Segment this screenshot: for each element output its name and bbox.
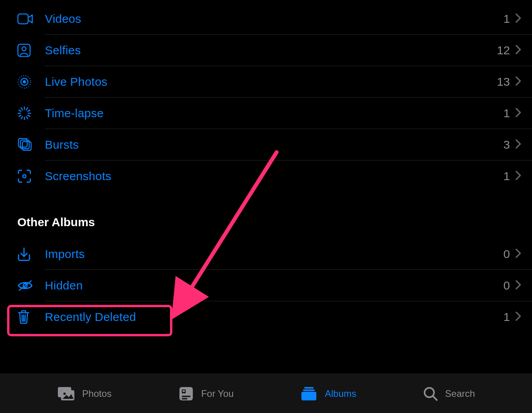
- svg-rect-36: [303, 389, 315, 391]
- screenshot-icon: [17, 169, 45, 183]
- chevron-right-icon: [515, 171, 521, 182]
- album-count: 13: [497, 75, 510, 88]
- bursts-icon: [17, 138, 45, 151]
- albums-icon: [300, 386, 318, 401]
- album-count: 0: [498, 247, 510, 261]
- other-albums-list: Imports 0 Hidden 0: [0, 235, 532, 333]
- album-count: 1: [498, 310, 510, 324]
- album-row-imports[interactable]: Imports 0: [0, 238, 532, 270]
- album-count: 1: [498, 107, 510, 120]
- album-row-videos[interactable]: Videos 1: [0, 3, 532, 35]
- tab-albums[interactable]: Albums: [300, 386, 356, 401]
- bottom-tab-bar: Photos For You Albums: [0, 374, 532, 413]
- svg-rect-0: [18, 14, 28, 24]
- album-label: Hidden: [45, 279, 498, 292]
- album-label: Bursts: [45, 138, 498, 151]
- chevron-right-icon: [515, 312, 521, 323]
- chevron-right-icon: [515, 249, 521, 260]
- album-row-hidden[interactable]: Hidden 0: [0, 270, 532, 301]
- svg-line-39: [433, 396, 437, 400]
- imports-icon: [17, 247, 45, 261]
- album-label: Recently Deleted: [45, 310, 498, 324]
- album-row-selfies[interactable]: Selfies 12: [0, 35, 532, 66]
- album-label: Selfies: [45, 44, 497, 57]
- svg-rect-34: [182, 398, 187, 400]
- svg-line-24: [22, 315, 22, 321]
- albums-scroll-area[interactable]: Videos 1 Selfies 12: [0, 0, 532, 374]
- hidden-icon: [17, 280, 45, 291]
- tab-label: For You: [201, 388, 234, 399]
- section-header-other-albums: Other Albums: [0, 192, 532, 235]
- album-label: Imports: [45, 247, 498, 261]
- svg-point-38: [425, 388, 434, 397]
- album-row-time-lapse[interactable]: Time-lapse 1: [0, 98, 532, 129]
- video-icon: [17, 13, 45, 24]
- svg-point-5: [23, 80, 26, 83]
- tab-for-you[interactable]: For You: [178, 386, 234, 402]
- album-label: Videos: [45, 12, 498, 26]
- tab-photos[interactable]: Photos: [57, 386, 112, 401]
- svg-rect-37: [301, 392, 316, 400]
- livephoto-icon: [17, 75, 45, 89]
- album-row-bursts[interactable]: Bursts 3: [0, 129, 532, 160]
- for-you-icon: [178, 386, 194, 402]
- album-count: 0: [498, 279, 510, 292]
- photos-icon: [57, 386, 75, 401]
- chevron-right-icon: [515, 280, 521, 291]
- svg-line-13: [21, 117, 22, 119]
- svg-point-21: [23, 175, 26, 178]
- chevron-right-icon: [515, 13, 521, 24]
- selfie-icon: [17, 44, 45, 57]
- timelapse-icon: [17, 106, 45, 120]
- svg-line-11: [26, 117, 28, 119]
- svg-rect-35: [304, 387, 314, 389]
- svg-line-7: [26, 108, 28, 110]
- svg-line-10: [28, 115, 30, 116]
- album-label: Time-lapse: [45, 107, 498, 120]
- album-row-live-photos[interactable]: Live Photos 13: [0, 66, 532, 98]
- tab-label: Search: [445, 388, 475, 399]
- media-types-list: Videos 1 Selfies 12: [0, 0, 532, 192]
- chevron-right-icon: [515, 76, 521, 87]
- chevron-right-icon: [515, 108, 521, 119]
- album-label: Live Photos: [45, 75, 497, 88]
- svg-line-17: [21, 108, 22, 110]
- svg-line-14: [19, 115, 21, 116]
- svg-point-30: [63, 393, 66, 395]
- album-count: 1: [498, 170, 510, 183]
- album-count: 12: [497, 44, 510, 57]
- album-label: Screenshots: [45, 170, 498, 183]
- chevron-right-icon: [515, 139, 521, 150]
- album-row-recently-deleted[interactable]: Recently Deleted 1: [0, 301, 532, 333]
- search-icon: [423, 386, 438, 401]
- svg-line-26: [25, 315, 26, 321]
- svg-line-8: [28, 110, 30, 111]
- svg-line-16: [19, 110, 21, 111]
- album-count: 3: [498, 138, 510, 151]
- album-count: 1: [498, 12, 510, 26]
- tab-label: Albums: [325, 388, 356, 399]
- tab-search[interactable]: Search: [423, 386, 475, 401]
- album-row-screenshots[interactable]: Screenshots 1: [0, 160, 532, 192]
- trash-icon: [17, 310, 45, 324]
- tab-label: Photos: [82, 388, 112, 399]
- svg-rect-29: [61, 390, 74, 400]
- chevron-right-icon: [515, 45, 521, 56]
- svg-rect-33: [182, 396, 190, 397]
- svg-point-2: [22, 47, 26, 51]
